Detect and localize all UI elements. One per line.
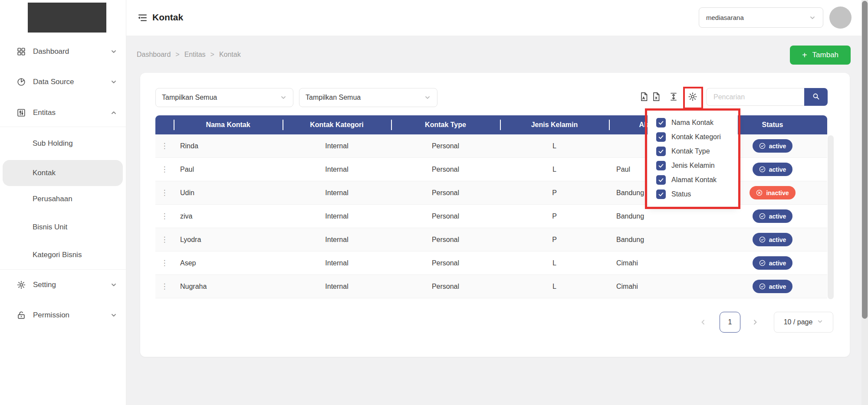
breadcrumb-item-dashboard[interactable]: Dashboard bbox=[137, 51, 171, 59]
sidebar-item-perusahaan[interactable]: Perusahaan bbox=[3, 186, 123, 212]
avatar[interactable] bbox=[829, 7, 852, 29]
row-actions-button[interactable]: ⋮ bbox=[155, 142, 174, 150]
cell-status: active bbox=[718, 209, 827, 223]
status-badge-label: inactive bbox=[766, 189, 789, 196]
column-header: Kontak Kategori bbox=[283, 115, 391, 134]
column-checkbox[interactable] bbox=[656, 132, 666, 142]
column-menu-item[interactable]: Kontak Kategori bbox=[648, 130, 738, 144]
status-badge: active bbox=[753, 233, 793, 246]
cell-jenis-kelamin: P bbox=[500, 212, 609, 220]
sidebar-item-kategori-bisnis[interactable]: Kategori Bisnis bbox=[3, 242, 123, 268]
chevron-down-icon bbox=[110, 48, 117, 55]
sidebar-item-data-source[interactable]: Data Source bbox=[9, 72, 120, 91]
status-badge: active bbox=[753, 280, 793, 293]
column-header: Kontak Type bbox=[391, 115, 500, 134]
filter-select-type[interactable]: Tampilkan Semua bbox=[299, 88, 437, 107]
table-row: ⋮LyodraInternalPersonalPBandungactive bbox=[155, 228, 827, 251]
cell-jenis-kelamin: L bbox=[500, 166, 609, 173]
cell-kontak-type: Personal bbox=[391, 166, 500, 173]
add-button-label: Tambah bbox=[812, 51, 838, 59]
row-actions-button[interactable]: ⋮ bbox=[155, 189, 174, 196]
page-scrollbar-track[interactable] bbox=[861, 0, 868, 405]
breadcrumb-item-entitas[interactable]: Entitas bbox=[184, 51, 206, 59]
current-page-button[interactable]: 1 bbox=[720, 312, 740, 333]
cell-alamat-kontak: Cimahi bbox=[609, 259, 718, 267]
page-size-select[interactable]: 10 / page bbox=[774, 312, 833, 333]
chevron-down-icon bbox=[809, 14, 816, 21]
breadcrumb-item-kontak[interactable]: Kontak bbox=[219, 51, 241, 59]
column-checkbox[interactable] bbox=[656, 189, 666, 199]
column-visibility-menu: Nama KontakKontak KategoriKontak TypeJen… bbox=[648, 111, 738, 206]
next-page-icon[interactable] bbox=[750, 317, 760, 327]
cell-nama-kontak: Paul bbox=[174, 166, 283, 173]
cell-status: active bbox=[718, 233, 827, 246]
row-actions-button[interactable]: ⋮ bbox=[155, 283, 174, 290]
column-header: Nama Kontak bbox=[174, 115, 283, 134]
status-badge-label: active bbox=[769, 283, 786, 290]
cell-kontak-kategori: Internal bbox=[283, 259, 391, 267]
column-settings-gear-icon[interactable] bbox=[687, 91, 698, 102]
sidebar-item-label: Permission bbox=[33, 311, 69, 320]
cell-alamat-kontak: Bandung bbox=[609, 236, 718, 244]
row-actions-button[interactable]: ⋮ bbox=[155, 166, 174, 173]
column-menu-item-label: Jenis Kelamin bbox=[671, 162, 715, 170]
chevron-down-icon bbox=[110, 78, 117, 85]
filter-select-kategori[interactable]: Tampilkan Semua bbox=[155, 88, 293, 107]
column-menu-item[interactable]: Nama Kontak bbox=[648, 115, 738, 130]
sidebar: Dashboard Data Source Entitas Sub Holdin… bbox=[0, 0, 126, 405]
chevron-down-icon bbox=[110, 281, 117, 288]
page-scrollbar-thumb[interactable] bbox=[862, 1, 868, 319]
row-actions-button[interactable]: ⋮ bbox=[155, 259, 174, 267]
table-scrollbar[interactable] bbox=[828, 135, 834, 299]
gear-icon bbox=[16, 280, 26, 290]
column-checkbox[interactable] bbox=[656, 161, 666, 170]
status-badge-label: active bbox=[769, 143, 786, 150]
cell-kontak-type: Personal bbox=[391, 212, 500, 220]
cell-jenis-kelamin: P bbox=[500, 189, 609, 197]
sliders-icon bbox=[16, 108, 26, 118]
cell-nama-kontak: Lyodra bbox=[174, 236, 283, 244]
add-button[interactable]: + Tambah bbox=[790, 46, 851, 65]
column-checkbox[interactable] bbox=[656, 175, 666, 185]
column-menu-item[interactable]: Alamat Kontak bbox=[648, 173, 738, 187]
sidebar-item-permission[interactable]: Permission bbox=[9, 306, 120, 325]
column-menu-item[interactable]: Kontak Type bbox=[648, 144, 738, 158]
workspace-select[interactable]: mediasarana bbox=[699, 7, 823, 28]
export-pdf-icon[interactable] bbox=[638, 91, 650, 102]
column-menu-item[interactable]: Jenis Kelamin bbox=[648, 158, 738, 173]
status-badge: active bbox=[753, 209, 793, 223]
search-button[interactable] bbox=[804, 88, 828, 106]
plus-icon: + bbox=[802, 51, 807, 59]
previous-page-icon[interactable] bbox=[698, 317, 708, 327]
sidebar-item-setting[interactable]: Setting bbox=[9, 275, 120, 294]
sidebar-item-label: Data Source bbox=[33, 78, 74, 86]
sidebar-item-dashboard[interactable]: Dashboard bbox=[9, 42, 120, 61]
column-checkbox[interactable] bbox=[656, 118, 666, 127]
status-badge-label: active bbox=[769, 213, 786, 220]
sidebar-item-bisnis-unit[interactable]: Bisnis Unit bbox=[3, 214, 123, 240]
column-checkbox[interactable] bbox=[656, 147, 666, 156]
row-actions-button[interactable]: ⋮ bbox=[155, 212, 174, 220]
export-excel-icon[interactable] bbox=[651, 91, 662, 102]
cell-nama-kontak: Rinda bbox=[174, 142, 283, 150]
content-area: Dashboard > Entitas > Kontak + Tambah Ta… bbox=[126, 36, 861, 405]
sidebar-item-sub-holding[interactable]: Sub Holding bbox=[3, 131, 123, 157]
menu-fold-icon[interactable] bbox=[137, 13, 148, 23]
logo bbox=[28, 3, 106, 33]
sidebar-item-label: Entitas bbox=[33, 108, 56, 117]
status-badge-label: active bbox=[769, 236, 786, 243]
cell-status: active bbox=[718, 256, 827, 270]
sidebar-item-label: Dashboard bbox=[33, 47, 69, 56]
cell-kontak-type: Personal bbox=[391, 189, 500, 197]
sidebar-item-entitas[interactable]: Entitas bbox=[9, 103, 120, 122]
sidebar-item-kontak[interactable]: Kontak bbox=[3, 160, 123, 186]
row-actions-button[interactable]: ⋮ bbox=[155, 236, 174, 243]
cell-kontak-type: Personal bbox=[391, 283, 500, 291]
cell-jenis-kelamin: L bbox=[500, 259, 609, 267]
status-badge: inactive bbox=[750, 186, 795, 199]
column-height-icon[interactable] bbox=[668, 91, 679, 102]
search-input[interactable] bbox=[706, 88, 804, 106]
cell-kontak-kategori: Internal bbox=[283, 142, 391, 150]
status-badge-label: active bbox=[769, 166, 786, 173]
column-menu-item[interactable]: Status bbox=[648, 187, 738, 201]
